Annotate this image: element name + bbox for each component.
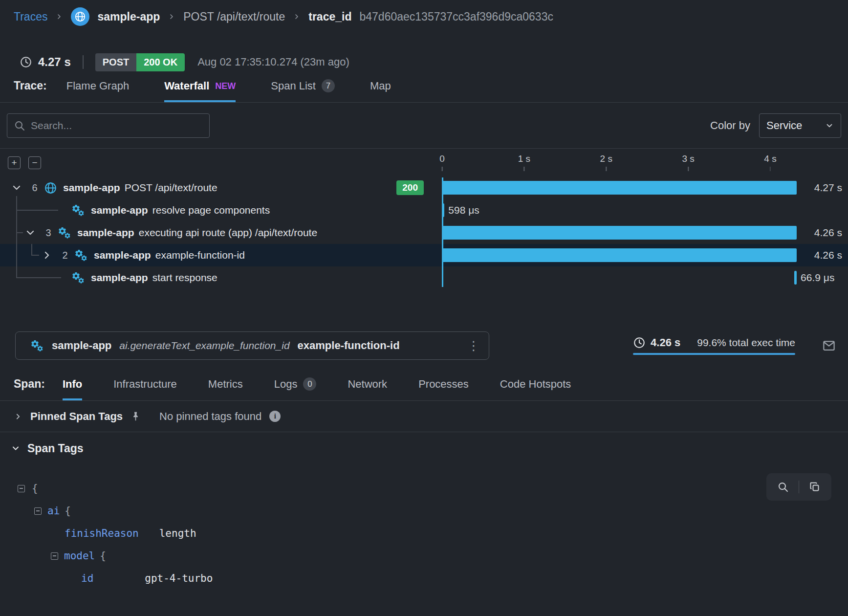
search-icon[interactable] xyxy=(777,481,789,493)
span-count: 6 xyxy=(31,182,38,194)
span-tags-json-viewer: { ai { finishReason length model { id gp… xyxy=(0,464,848,590)
pinned-span-tags-title: Pinned Span Tags xyxy=(30,410,123,423)
waterfall-row[interactable]: sample-app resolve page components 598 μ… xyxy=(0,199,848,221)
waterfall-row[interactable]: 3 sample-app executing api route (app) /… xyxy=(0,221,848,244)
tab-network[interactable]: Network xyxy=(348,378,387,400)
axis-tick-label: 1 s xyxy=(518,154,530,164)
chevron-down-icon[interactable] xyxy=(11,182,22,194)
search-icon xyxy=(14,120,25,132)
pin-icon[interactable] xyxy=(130,411,141,421)
span-tabs-label: Span: xyxy=(14,377,45,400)
json-toolbar xyxy=(766,473,832,501)
time-axis: 0 1 s 2 s 3 s 4 s xyxy=(433,149,848,176)
collapse-all-button[interactable]: − xyxy=(28,156,41,169)
exec-time-group: 4.26 s 99.6% total exec time xyxy=(633,336,795,355)
collapse-node-icon[interactable] xyxy=(34,507,42,515)
json-key: model xyxy=(64,550,95,562)
json-key: ai xyxy=(47,505,60,517)
breadcrumb-service[interactable]: sample-app xyxy=(97,10,160,23)
tab-info[interactable]: Info xyxy=(63,378,82,400)
breadcrumb-trace-id-label: trace_id xyxy=(308,10,351,23)
tab-logs[interactable]: Logs 0 xyxy=(274,377,317,400)
tab-code-hotspots[interactable]: Code Hotspots xyxy=(500,378,571,400)
divider xyxy=(83,55,84,69)
span-operation: start response xyxy=(152,272,217,284)
span-list-count-badge: 7 xyxy=(322,79,335,92)
json-value: gpt-4-turbo xyxy=(145,572,213,584)
span-operation: POST /api/text/route xyxy=(125,182,217,194)
globe-icon xyxy=(44,181,57,195)
span-detail-card: sample-app ai.generateText_example_funct… xyxy=(15,331,489,360)
clock-icon xyxy=(20,56,32,68)
chevron-down-icon[interactable] xyxy=(24,227,36,239)
span-bar[interactable] xyxy=(442,203,444,217)
axis-tick-label: 2 s xyxy=(600,154,612,164)
trace-summary: 4.27 s POST 200 OK Aug 02 17:35:10.274 (… xyxy=(0,45,848,79)
span-duration: 4.26 s xyxy=(814,249,842,261)
waterfall-row[interactable]: sample-app start response 66.9 μs xyxy=(0,266,848,289)
tab-flame-graph[interactable]: Flame Graph xyxy=(66,80,129,102)
breadcrumb: Traces sample-app POST /api/text/route t… xyxy=(0,0,848,33)
waterfall-row[interactable]: 6 sample-app POST /api/text/route 200 4.… xyxy=(0,176,848,199)
exec-time-label: 99.6% total exec time xyxy=(697,337,795,349)
collapse-node-icon[interactable] xyxy=(51,552,58,560)
json-key: finishReason xyxy=(65,528,139,539)
span-duration: 4.27 s xyxy=(814,182,842,194)
detail-span-name: example-function-id xyxy=(298,339,400,352)
gear-icon xyxy=(30,339,44,352)
pinned-span-tags-row[interactable]: Pinned Span Tags No pinned tags found i xyxy=(0,401,848,432)
copy-icon[interactable] xyxy=(809,481,821,493)
json-value: length xyxy=(159,528,196,539)
status-badge: 200 xyxy=(396,180,424,195)
tab-map[interactable]: Map xyxy=(370,80,391,102)
breadcrumb-traces-link[interactable]: Traces xyxy=(14,10,47,23)
waterfall-row-selected[interactable]: 2 sample-app example-function-id 4.26 s xyxy=(0,244,848,266)
search-input[interactable] xyxy=(7,113,210,138)
collapse-node-icon[interactable] xyxy=(18,485,25,492)
breadcrumb-resource[interactable]: POST /api/text/route xyxy=(183,10,285,23)
span-count: 2 xyxy=(62,250,68,261)
span-bar[interactable] xyxy=(442,181,797,195)
color-by-label: Color by xyxy=(710,119,750,132)
span-service: sample-app xyxy=(94,249,151,261)
tab-infrastructure[interactable]: Infrastructure xyxy=(113,378,177,400)
tab-metrics[interactable]: Metrics xyxy=(208,378,243,400)
gear-icon xyxy=(71,271,85,285)
collapse-panel-icon[interactable] xyxy=(822,338,836,353)
trace-duration: 4.27 s xyxy=(38,55,71,69)
span-bar[interactable] xyxy=(442,226,797,240)
kebab-menu-icon[interactable]: ⋮ xyxy=(467,339,480,352)
chevron-right-icon[interactable] xyxy=(41,249,53,261)
span-tags-header[interactable]: Span Tags xyxy=(0,432,848,464)
json-line: id gpt-4-turbo xyxy=(18,567,848,590)
expand-all-button[interactable]: + xyxy=(8,156,21,169)
tab-waterfall[interactable]: Waterfall NEW xyxy=(164,80,236,102)
span-duration: 598 μs xyxy=(448,204,479,216)
span-operation: resolve page components xyxy=(152,204,270,216)
span-bar[interactable] xyxy=(794,271,796,285)
chevron-right-icon xyxy=(55,13,63,21)
json-brace: { xyxy=(100,550,106,562)
json-key: id xyxy=(81,572,93,584)
axis-tick-label: 0 xyxy=(439,154,445,164)
detail-operation: ai.generateText_example_function_id xyxy=(119,340,289,352)
tab-span-list[interactable]: Span List 7 xyxy=(271,79,335,102)
tab-processes[interactable]: Processes xyxy=(418,378,469,400)
span-service: sample-app xyxy=(77,227,134,239)
span-detail-row: sample-app ai.generateText_example_funct… xyxy=(0,331,848,360)
span-tab-bar: Span: Info Infrastructure Metrics Logs 0… xyxy=(0,360,848,401)
search-box xyxy=(7,113,210,138)
chevron-right-icon[interactable] xyxy=(14,412,22,421)
json-brace: { xyxy=(65,505,71,517)
gear-icon xyxy=(74,248,88,262)
axis-tick-label: 3 s xyxy=(682,154,694,164)
span-tags-title: Span Tags xyxy=(27,442,84,455)
span-service: sample-app xyxy=(91,204,148,216)
span-bar[interactable] xyxy=(442,248,797,262)
gear-icon xyxy=(58,226,71,240)
json-line: ai { xyxy=(18,500,848,522)
chevron-down-icon[interactable] xyxy=(11,443,21,453)
info-icon[interactable]: i xyxy=(269,411,281,422)
new-badge: NEW xyxy=(215,81,236,91)
color-by-select[interactable]: Service xyxy=(759,113,841,138)
